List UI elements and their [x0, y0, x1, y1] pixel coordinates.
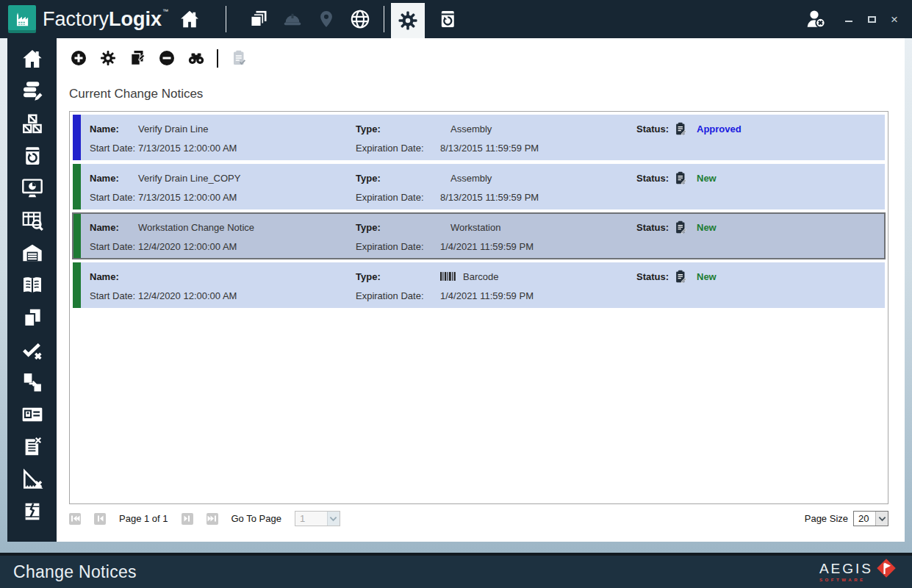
add-circle-icon [70, 49, 87, 67]
content-area: Current Change Notices Name:Verify Drain… [57, 38, 905, 542]
brand-logix: Logix [109, 8, 162, 30]
change-notice-row-selected[interactable]: Name:Workstation Change Notice Start Dat… [73, 213, 885, 259]
map-pin-icon [316, 9, 337, 29]
status-label: Status: [636, 271, 675, 282]
page-size-dropdown[interactable]: 20 [853, 511, 888, 526]
goto-page-dropdown[interactable]: 1 [295, 511, 340, 526]
content-toolbar [69, 47, 888, 69]
page-size-value: 20 [854, 512, 875, 526]
nav-home-button[interactable] [173, 2, 207, 36]
change-notice-row[interactable]: Name: Start Date:12/4/2020 12:00:00 AM T… [73, 262, 885, 308]
sidebar-item-warehouse[interactable] [14, 237, 51, 269]
page-size-label: Page Size [805, 513, 848, 524]
paste-copy-icon [129, 49, 146, 67]
nav-layers-button[interactable] [242, 2, 276, 36]
remove-button[interactable] [157, 49, 176, 68]
open-book-icon [21, 273, 44, 297]
close-button[interactable]: × [888, 13, 900, 25]
maximize-button[interactable] [866, 13, 877, 25]
expiration-value: 1/4/2021 11:59:59 PM [440, 241, 534, 252]
maximize-icon [868, 16, 876, 23]
sidebar-item-table-search[interactable] [14, 204, 51, 237]
binoculars-icon [187, 49, 206, 68]
goto-page-value: 1 [295, 512, 327, 526]
document-transfer-icon [21, 371, 43, 393]
database-edit-icon [21, 79, 44, 103]
brand-text: FactoryLogix™ [43, 8, 168, 31]
expiration-value: 1/4/2021 11:59:59 PM [440, 290, 534, 301]
monitor-chart-icon [21, 176, 44, 200]
row-status-color-bar [73, 164, 81, 209]
layers-icon [248, 9, 269, 29]
sidebar-item-id-card[interactable] [14, 398, 51, 431]
settings-button[interactable] [98, 49, 118, 68]
sidebar-item-documentation[interactable] [14, 269, 51, 301]
expiration-value: 8/13/2015 11:59:59 PM [440, 143, 539, 154]
list-x-icon [21, 436, 43, 458]
row-body: Name:Workstation Change Notice Start Dat… [81, 213, 885, 259]
warehouse-icon [21, 241, 44, 265]
nav-settings-button-selected[interactable] [391, 3, 425, 38]
title-bar: FactoryLogix™ [0, 0, 912, 38]
next-page-button[interactable] [182, 513, 193, 525]
sidebar-item-data-edit[interactable] [14, 75, 51, 107]
find-button[interactable] [187, 49, 206, 68]
last-page-icon [207, 513, 218, 524]
home-icon [21, 47, 44, 71]
table-search-icon [21, 209, 44, 232]
nav-revision-button[interactable] [431, 2, 464, 36]
start-date-label: Start Date: [90, 143, 138, 154]
brand-factory: Factory [43, 8, 109, 30]
expiration-value: 8/13/2015 11:59:59 PM [440, 192, 539, 203]
start-date-label: Start Date: [90, 192, 138, 203]
type-label: Type: [356, 222, 440, 233]
name-label: Name: [90, 271, 138, 282]
hard-hat-icon [281, 8, 304, 30]
sidebar [7, 38, 57, 542]
type-label: Type: [356, 123, 440, 135]
status-value: New [697, 271, 717, 282]
gear-icon [99, 49, 117, 67]
sidebar-item-dashboard[interactable] [14, 172, 51, 204]
next-page-icon [182, 513, 193, 524]
sidebar-item-damaged-package[interactable] [14, 495, 51, 528]
barcode-icon [440, 271, 456, 282]
toolbar-separator [217, 49, 218, 68]
change-notice-row[interactable]: Name:Verify Drain Line Start Date:7/13/2… [73, 115, 885, 160]
minimize-icon [845, 21, 852, 22]
nav-hardhat-button[interactable] [276, 2, 309, 36]
type-value: Workstation [450, 222, 500, 233]
change-notice-icon [675, 171, 687, 186]
home-icon [179, 8, 201, 30]
previous-page-icon [95, 513, 106, 524]
sidebar-item-home[interactable] [14, 43, 51, 75]
expiration-label: Expiration Date: [356, 290, 440, 301]
nav-location-button[interactable] [309, 2, 343, 36]
user-logout-button[interactable] [799, 2, 833, 36]
sidebar-item-materials[interactable] [14, 107, 51, 140]
settings-gear-icon [397, 10, 419, 32]
sidebar-item-defect-list[interactable] [14, 431, 51, 463]
add-button[interactable] [69, 49, 88, 68]
approve-document-button-disabled[interactable] [229, 49, 248, 68]
type-value: Barcode [463, 271, 498, 282]
sidebar-item-transfer[interactable] [14, 366, 51, 398]
first-page-icon [70, 513, 81, 524]
ruler-x-icon [21, 467, 44, 491]
type-value: Assembly [450, 173, 492, 184]
status-bar: Change Notices AEGIS SOFTWARE [0, 553, 912, 588]
previous-page-button[interactable] [94, 513, 106, 525]
row-body: Name:Verify Drain Line_COPY Start Date:7… [81, 164, 885, 209]
minimize-button[interactable] [843, 13, 855, 25]
last-page-button[interactable] [207, 513, 218, 525]
sidebar-item-verify[interactable] [14, 334, 51, 366]
sidebar-item-revision[interactable] [14, 140, 51, 172]
nav-globe-button[interactable] [343, 2, 377, 36]
paste-copy-button[interactable] [128, 49, 147, 68]
user-logout-icon [804, 7, 827, 31]
sidebar-item-measure-remove[interactable] [14, 463, 51, 495]
first-page-button[interactable] [69, 513, 81, 525]
sidebar-item-documents[interactable] [14, 301, 51, 334]
change-notice-row[interactable]: Name:Verify Drain Line_COPY Start Date:7… [73, 164, 885, 209]
titlebar-separator [384, 6, 384, 32]
